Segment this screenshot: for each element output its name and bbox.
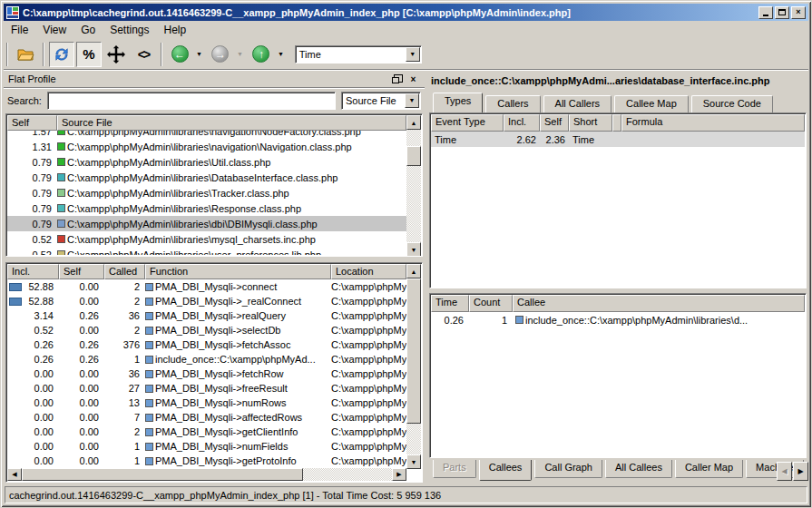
function-row[interactable]: 0.000.0036PMA_DBI_Mysqli->fetchRowC:\xam… (7, 366, 406, 381)
combo-dropdown-icon[interactable]: ▼ (406, 47, 420, 62)
column-header[interactable]: Incl. (7, 264, 59, 279)
function-row[interactable]: 52.880.002PMA_DBI_Mysqli->connectC:\xamp… (7, 279, 406, 294)
percent-toggle-button[interactable]: % (76, 42, 102, 67)
tab-types[interactable]: Types (433, 93, 483, 112)
column-header[interactable]: Self (59, 264, 104, 279)
tab-caller-map[interactable]: Caller Map (675, 460, 743, 478)
up-dropdown[interactable]: ▼ (278, 51, 284, 57)
open-file-button[interactable] (13, 42, 38, 67)
self-cell: 0.00 (59, 368, 104, 379)
scroll-right-icon[interactable]: ▶ (392, 468, 406, 481)
menu-item-go[interactable]: Go (73, 22, 103, 38)
column-header[interactable] (612, 114, 621, 132)
expand-cost-items-button[interactable] (103, 42, 129, 67)
tab-scroll-right-icon[interactable]: ▶ (793, 462, 808, 481)
file-list-vscrollbar[interactable]: ▲ ▼ (406, 115, 421, 257)
scrollbar-thumb[interactable] (406, 146, 421, 166)
function-row[interactable]: 0.260.261include_once::C:\xampp\phpMyAd.… (7, 352, 406, 366)
function-name: PMA_DBI_Mysqli->affectedRows (155, 412, 302, 423)
column-header[interactable]: Short (569, 114, 612, 132)
scrollbar-thumb[interactable] (22, 468, 303, 481)
function-row[interactable]: 0.260.26376PMA_DBI_Mysqli->fetchAssocC:\… (7, 337, 406, 352)
file-row[interactable]: 0.79C:\xampp\phpMyAdmin\libraries\Respon… (7, 200, 406, 216)
scrollbar-track[interactable] (303, 468, 392, 481)
tab-scroll-left-icon[interactable]: ◀ (777, 462, 792, 481)
function-row[interactable]: 52.880.002PMA_DBI_Mysqli->_realConnectC:… (7, 294, 406, 308)
cycle-detection-button[interactable] (49, 42, 74, 67)
column-header[interactable]: Called (104, 264, 145, 279)
function-row[interactable]: 0.520.002PMA_DBI_Mysqli->selectDbC:\xamp… (7, 323, 406, 337)
column-header[interactable]: Function (145, 264, 331, 279)
column-header[interactable]: Incl. (504, 114, 540, 132)
event-type-row[interactable]: Time2.622.36Time (431, 132, 805, 147)
dock-float-button[interactable] (390, 73, 404, 85)
function-row[interactable]: 0.000.0013PMA_DBI_Mysqli->numRowsC:\xamp… (7, 396, 406, 410)
scroll-up-icon[interactable]: ▲ (406, 264, 421, 278)
back-dropdown[interactable]: ▼ (196, 51, 202, 57)
column-header[interactable]: Source File (57, 115, 406, 131)
function-vscrollbar[interactable]: ▲ ▼ (406, 264, 421, 469)
close-button[interactable]: × (791, 6, 806, 19)
scroll-left-icon[interactable]: ◀ (7, 468, 22, 481)
menu-item-help[interactable]: Help (157, 22, 194, 38)
callee-row[interactable]: 0.261include_once::C:\xampp\phpMyAdmin\l… (431, 312, 805, 327)
column-header[interactable]: Self (540, 114, 569, 132)
group-by-combo[interactable]: Source File ▼ (341, 92, 421, 110)
scroll-down-icon[interactable]: ▼ (406, 454, 421, 469)
menu-item-file[interactable]: File (4, 22, 35, 38)
column-header[interactable]: Event Type (431, 114, 504, 132)
function-row[interactable]: 0.000.001PMA_DBI_Mysqli->numFieldsC:\xam… (7, 439, 406, 454)
scroll-up-icon[interactable]: ▲ (406, 115, 421, 130)
forward-button[interactable]: → (208, 42, 233, 67)
file-type-icon (57, 220, 65, 228)
menu-item-settings[interactable]: Settings (103, 22, 156, 38)
incl-cell: 0.00 (7, 397, 59, 408)
column-header[interactable]: Count (469, 295, 513, 312)
scrollbar-thumb[interactable] (406, 278, 421, 424)
tab-source-code[interactable]: Source Code (691, 95, 773, 112)
event-type-combo[interactable]: Time ▼ (295, 45, 422, 64)
combo-dropdown-icon[interactable]: ▼ (405, 93, 419, 108)
file-self-cost: 0.52 (7, 249, 57, 256)
back-button[interactable]: ← (167, 42, 192, 67)
file-row[interactable]: 1.57C:\xampp\phpMyAdmin\libraries\naviga… (7, 131, 406, 139)
column-header[interactable]: Self (7, 115, 57, 131)
file-row[interactable]: 0.79C:\xampp\phpMyAdmin\libraries\Databa… (7, 170, 406, 185)
scroll-down-icon[interactable]: ▼ (406, 242, 421, 257)
callee-name: include_once::C:\xampp\phpMyAdmin\librar… (525, 315, 748, 326)
function-row[interactable]: 0.000.007PMA_DBI_Mysqli->affectedRowsC:\… (7, 410, 406, 425)
tab-callee-map[interactable]: Callee Map (614, 95, 689, 112)
forward-dropdown[interactable]: ▼ (237, 51, 243, 57)
tab-callers[interactable]: Callers (485, 95, 540, 112)
function-row[interactable]: 0.000.0027PMA_DBI_Mysqli->freeResultC:\x… (7, 381, 406, 396)
file-row[interactable]: 0.79C:\xampp\phpMyAdmin\libraries\Util.c… (7, 154, 406, 170)
column-header[interactable]: Time (431, 295, 469, 312)
close-icon: × (411, 74, 416, 84)
file-row[interactable]: 0.52C:\xampp\phpMyAdmin\libraries\user_p… (7, 247, 406, 255)
search-input[interactable] (47, 92, 336, 110)
relative-cost-button[interactable]: <> (131, 42, 156, 67)
column-header[interactable]: Callee (513, 295, 805, 312)
file-row[interactable]: 0.79C:\xampp\phpMyAdmin\libraries\Tracke… (7, 185, 406, 200)
minimize-button[interactable] (758, 6, 773, 19)
dock-close-button[interactable]: × (406, 73, 420, 85)
function-hscrollbar[interactable]: ◀ ▶ (7, 468, 406, 481)
maximize-button[interactable] (775, 6, 789, 19)
file-row[interactable]: 0.52C:\xampp\phpMyAdmin\libraries\mysql_… (7, 231, 406, 247)
function-row[interactable]: 0.000.001PMA_DBI_Mysqli->getProtoInfoC:\… (7, 454, 406, 468)
tab-call-graph[interactable]: Call Graph (534, 460, 602, 478)
column-header[interactable]: Location (331, 264, 406, 279)
tab-all-callees[interactable]: All Callees (605, 460, 672, 478)
search-label: Search: (7, 95, 42, 106)
function-row[interactable]: 3.140.2636PMA_DBI_Mysqli->realQueryC:\xa… (7, 308, 406, 323)
tab-callees[interactable]: Callees (479, 460, 533, 481)
tab-all-callers[interactable]: All Callers (543, 95, 612, 112)
file-row[interactable]: 0.79C:\xampp\phpMyAdmin\libraries\dbi\DB… (7, 216, 406, 231)
up-button[interactable]: ↑ (249, 42, 274, 67)
file-row[interactable]: 1.31C:\xampp\phpMyAdmin\libraries\naviga… (7, 139, 406, 154)
location-cell: C:\xampp\phpMy (331, 354, 406, 365)
column-header[interactable]: Formula (621, 114, 805, 132)
function-row[interactable]: 0.000.002PMA_DBI_Mysqli->getClientInfoC:… (7, 425, 406, 439)
menu-item-view[interactable]: View (35, 22, 73, 38)
file-type-icon (57, 142, 65, 151)
